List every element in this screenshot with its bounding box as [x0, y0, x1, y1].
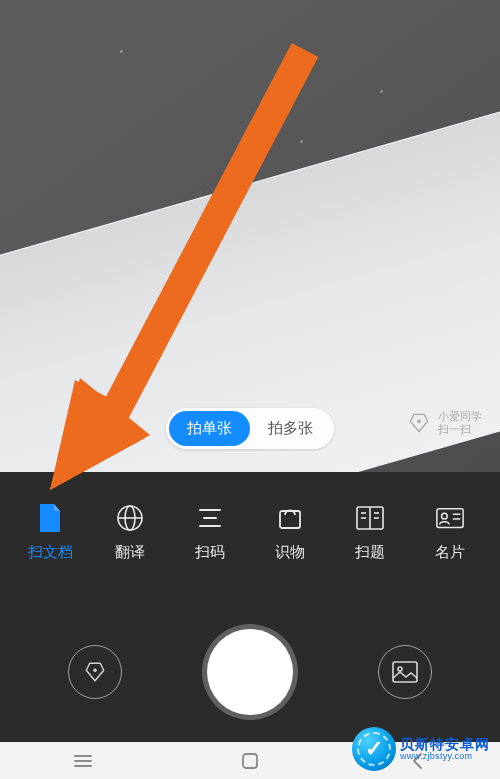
capture-mode-segmented: 拍单张 拍多张	[166, 408, 334, 449]
mode-scan-qr[interactable]: 扫码	[170, 503, 250, 562]
svg-rect-14	[437, 508, 463, 527]
ai-assist-button[interactable]	[68, 645, 122, 699]
mode-scan-homework[interactable]: 扫题	[330, 503, 410, 562]
gallery-button[interactable]	[378, 645, 432, 699]
svg-point-15	[442, 513, 448, 519]
scanner-mode-strip: 扫文档 翻译 扫码 识物	[0, 472, 500, 602]
svg-point-20	[398, 667, 402, 671]
mode-label: 翻译	[115, 543, 145, 562]
svg-rect-24	[243, 754, 257, 768]
mode-label: 识物	[275, 543, 305, 562]
mode-label: 扫题	[355, 543, 385, 562]
segment-single-shot[interactable]: 拍单张	[169, 411, 250, 446]
svg-point-18	[94, 669, 98, 673]
nav-recent-button[interactable]	[63, 754, 103, 768]
image-icon	[392, 661, 418, 683]
svg-rect-19	[393, 662, 417, 682]
watermark-badge-icon: ✓	[352, 727, 396, 771]
capture-bar	[0, 602, 500, 742]
camera-scanner-screen: 拍单张 拍多张 小爱同学 扫一扫 扫文档 翻译	[0, 0, 500, 779]
xiaoai-outline-icon	[81, 659, 109, 685]
xiaoai-text: 小爱同学 扫一扫	[438, 410, 482, 435]
nav-home-button[interactable]	[230, 753, 270, 769]
mode-label: 名片	[435, 543, 465, 562]
svg-rect-7	[280, 511, 300, 528]
camera-viewfinder	[0, 0, 500, 472]
mode-identify-object[interactable]: 识物	[250, 503, 330, 562]
mode-translate[interactable]: 翻译	[90, 503, 170, 562]
watermark-url: www.zjbstyy.com	[400, 752, 490, 761]
watermark-title: 贝斯特安卓网	[400, 737, 490, 752]
site-watermark: ✓ 贝斯特安卓网 www.zjbstyy.com	[348, 725, 494, 773]
xiaoai-icon	[405, 411, 433, 435]
id-card-icon	[435, 503, 465, 533]
mode-scan-document[interactable]: 扫文档	[10, 503, 90, 562]
shutter-button[interactable]	[207, 629, 293, 715]
segment-multi-shot[interactable]: 拍多张	[250, 411, 331, 446]
svg-point-0	[417, 419, 421, 423]
mode-label: 扫文档	[28, 543, 73, 562]
scan-icon	[195, 503, 225, 533]
book-icon	[355, 503, 385, 533]
mode-business-card[interactable]: 名片	[410, 503, 490, 562]
xiaoai-scan-badge[interactable]: 小爱同学 扫一扫	[405, 410, 482, 435]
bag-icon	[275, 503, 305, 533]
document-icon	[35, 503, 65, 533]
globe-icon	[115, 503, 145, 533]
mode-label: 扫码	[195, 543, 225, 562]
